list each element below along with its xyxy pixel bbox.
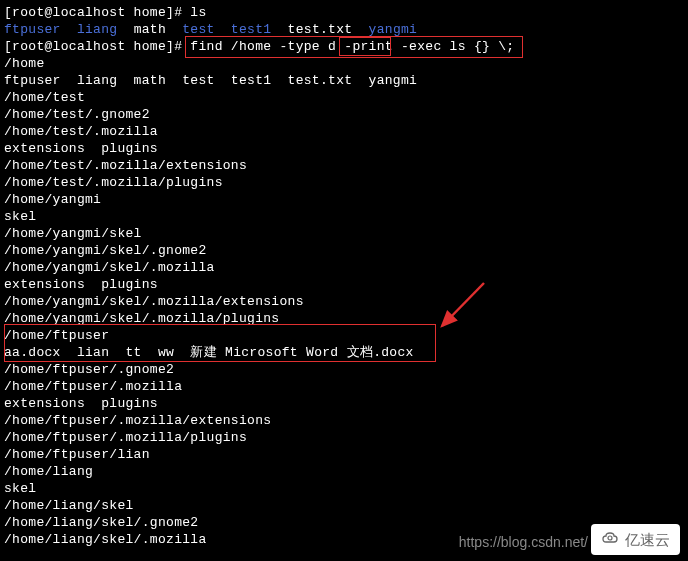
logo-badge: 亿速云 (591, 524, 680, 555)
out-2: /home/test (4, 89, 684, 106)
dir-math: math (134, 22, 166, 37)
cmd-find-print: -print (344, 39, 393, 54)
cmd-ls: ls (190, 5, 206, 20)
dir-yangmi: yangmi (369, 22, 418, 37)
prompt-line-2: [root@localhost home]# find /home -type … (4, 38, 684, 55)
out-24: /home/liang (4, 463, 684, 480)
out-12: /home/yangmi/skel/.mozilla (4, 259, 684, 276)
out-10: /home/yangmi/skel (4, 225, 684, 242)
out-0: /home (4, 55, 684, 72)
out-26: /home/liang/skel (4, 497, 684, 514)
out-8: /home/yangmi (4, 191, 684, 208)
out-25: skel (4, 480, 684, 497)
dir-test1: test1 (231, 22, 272, 37)
dir-ftpuser: ftpuser (4, 22, 61, 37)
out-15: /home/yangmi/skel/.mozilla/plugins (4, 310, 684, 327)
out-21: /home/ftpuser/.mozilla/extensions (4, 412, 684, 429)
out-27: /home/liang/skel/.gnome2 (4, 514, 684, 531)
cloud-icon (601, 530, 621, 549)
out-20: extensions plugins (4, 395, 684, 412)
out-16: /home/ftpuser (4, 327, 684, 344)
out-6: /home/test/.mozilla/extensions (4, 157, 684, 174)
out-23: /home/ftpuser/lian (4, 446, 684, 463)
out-1: ftpuser liang math test test1 test.txt y… (4, 72, 684, 89)
cmd-find-part2: -exec ls {} \; (393, 39, 515, 54)
cmd-find-part1: find /home -type d (190, 39, 344, 54)
dir-liang: liang (77, 22, 118, 37)
out-7: /home/test/.mozilla/plugins (4, 174, 684, 191)
svg-point-2 (608, 536, 612, 540)
out-18: /home/ftpuser/.gnome2 (4, 361, 684, 378)
out-14: /home/yangmi/skel/.mozilla/extensions (4, 293, 684, 310)
ls-output-line: ftpuser liang math test test1 test.txt y… (4, 21, 684, 38)
dir-test: test (182, 22, 214, 37)
watermark-text: https://blog.csdn.net/ (459, 534, 588, 551)
file-test-txt: test.txt (288, 22, 353, 37)
out-17: aa.docx lian tt ww 新建 Microsoft Word 文档.… (4, 344, 684, 361)
shell-prompt: [root@localhost home]# (4, 5, 190, 20)
shell-prompt-2: [root@localhost home]# (4, 39, 190, 54)
out-5: extensions plugins (4, 140, 684, 157)
out-19: /home/ftpuser/.mozilla (4, 378, 684, 395)
out-4: /home/test/.mozilla (4, 123, 684, 140)
out-9: skel (4, 208, 684, 225)
out-13: extensions plugins (4, 276, 684, 293)
prompt-line-1: [root@localhost home]# ls (4, 4, 684, 21)
out-3: /home/test/.gnome2 (4, 106, 684, 123)
out-22: /home/ftpuser/.mozilla/plugins (4, 429, 684, 446)
logo-text: 亿速云 (625, 531, 670, 548)
out-11: /home/yangmi/skel/.gnome2 (4, 242, 684, 259)
